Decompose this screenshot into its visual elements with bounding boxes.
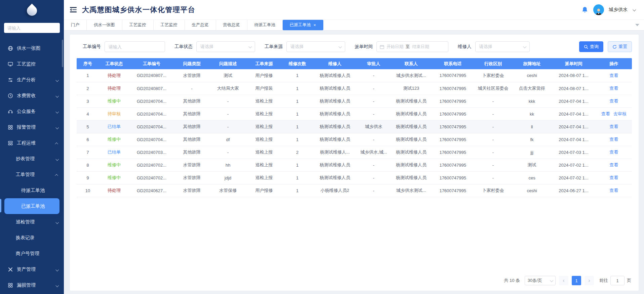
row-index: 7 <box>77 146 99 159</box>
sidebar-item-公众服务[interactable]: 公众服务 <box>0 103 64 119</box>
view-link[interactable]: 查看 <box>609 86 618 91</box>
sidebar-item-生产分析[interactable]: 生产分析 <box>0 72 64 88</box>
sidebar-item-label: 待派工单池 <box>21 187 45 194</box>
order-source-select[interactable]: 请选择 <box>286 41 345 52</box>
order-no: GD20240807... <box>129 82 174 95</box>
view-link[interactable]: 查看 <box>609 124 618 129</box>
next-page-button[interactable]: › <box>585 276 594 285</box>
table-row[interactable]: 9维修中GD20240702...水管故障jdjd巡检上报1杨测试维修人员-杨测… <box>77 171 632 184</box>
start-date-placeholder[interactable]: 开始日期 <box>387 44 403 50</box>
district: - <box>474 133 513 146</box>
collapse-menu-icon[interactable] <box>70 7 77 12</box>
sidebar-item-抄表管理[interactable]: 抄表管理 <box>0 151 64 167</box>
repairer: 杨测试维修人员 <box>313 133 357 146</box>
table-row[interactable]: 5已结单GD20240704...其他故障-巡检上报1杨测试维修人员城乡供水杨测… <box>77 120 632 133</box>
tab-工艺监控[interactable]: 工艺监控 <box>122 20 154 30</box>
table-row[interactable]: 7已结单GD20240703...其他故障-巡检上报2杨测试维修人...城乡供水… <box>77 146 632 159</box>
sidebar-item-巡检管理[interactable]: 巡检管理 <box>0 214 64 230</box>
contact: 城乡供水测试... <box>390 184 432 197</box>
sidebar-search-input[interactable] <box>4 23 60 33</box>
calendar-icon <box>380 45 384 49</box>
sidebar-item-工程运维[interactable]: 工程运维 <box>0 135 64 151</box>
username-label[interactable]: 城乡供水 <box>609 7 628 13</box>
table-row[interactable]: 8维修中GD20240702...水管故障hh巡检上报1杨测试维修人员-杨测试维… <box>77 159 632 171</box>
repair-count: 1 <box>282 108 313 120</box>
notification-bell-icon[interactable] <box>581 6 589 13</box>
column-header-派单时间: 派单时间 <box>551 58 596 69</box>
dispatch-time: 2024-07-03 1... <box>551 146 596 159</box>
sidebar-item-待派工单池[interactable]: 待派工单池 <box>0 182 64 198</box>
order-no-input[interactable] <box>109 44 161 49</box>
order-source: 巡检上报 <box>246 95 282 108</box>
sidebar-item-已派工单池[interactable]: 已派工单池 <box>4 198 59 214</box>
tab-工艺监控[interactable]: 工艺监控 <box>154 20 185 30</box>
table-row[interactable]: 6维修中GD20240704...其他故障df巡检上报1杨测试维修人员-杨测试维… <box>77 133 632 146</box>
view-link[interactable]: 查看 <box>609 150 618 155</box>
table-row[interactable]: 4待审核GD20240704...其他故障-巡检上报1杨测试维修人员-杨测试维修… <box>77 108 632 120</box>
column-header-联系电话: 联系电话 <box>432 58 474 69</box>
prev-page-button[interactable]: ‹ <box>559 276 568 285</box>
tab-门户[interactable]: 门户 <box>64 20 87 30</box>
table-row[interactable]: 10待处理GD20240627...水管故障水管保修用户报修1小杨维修人员2-城… <box>77 184 632 197</box>
table-row[interactable]: 2待处理GD20240807...-大结局大家用户报装1杨测试维修人员-测试12… <box>77 82 632 95</box>
tab-overflow-caret-icon[interactable] <box>635 24 639 26</box>
order-status: 维修中 <box>99 95 129 108</box>
view-link[interactable]: 查看 <box>609 175 618 180</box>
view-link[interactable]: 查看 <box>609 73 618 78</box>
search-button[interactable]: 查询 <box>579 41 603 52</box>
goto-page-input[interactable] <box>610 276 625 285</box>
table-row[interactable]: 1待处理GD20240807...水管故障测试用户报修1杨测试维修人员-城乡供水… <box>77 69 632 82</box>
current-page-button[interactable]: 1 <box>572 276 581 285</box>
view-link[interactable]: 查看 <box>609 188 618 193</box>
sidebar-item-商户号管理[interactable]: 商户号管理 <box>0 246 64 261</box>
sidebar-item-换表记录[interactable]: 换表记录 <box>0 230 64 246</box>
chevron-down-icon <box>56 109 58 114</box>
view-link[interactable]: 查看 <box>601 111 610 116</box>
problem-type: 水管故障 <box>174 159 210 171</box>
table-body: 1待处理GD20240807...水管故障测试用户报修1杨测试维修人员-城乡供水… <box>77 69 632 197</box>
sidebar-item-供水一张图[interactable]: 供水一张图 <box>0 40 64 56</box>
sidebar-item-工艺监控[interactable]: 工艺监控 <box>0 56 64 72</box>
column-header-工单来源: 工单来源 <box>246 58 282 69</box>
sidebar-scrollbar-thumb[interactable] <box>62 40 63 67</box>
contact: 城乡供水测试... <box>390 69 432 82</box>
sidebar-item-label: 资产管理 <box>17 266 36 272</box>
view-link[interactable]: 查看 <box>609 98 618 103</box>
page-size-select[interactable]: 30条/页 <box>525 276 556 285</box>
tab-供水一张图[interactable]: 供水一张图 <box>87 20 122 30</box>
district: - <box>474 120 513 133</box>
date-range-picker[interactable]: 开始日期 至 结束日期 <box>376 41 448 52</box>
tab-待派工单池[interactable]: 待派工单池 <box>247 20 283 30</box>
analysis-icon <box>7 77 13 83</box>
chevron-down-icon <box>56 156 58 162</box>
view-link[interactable]: 查看 <box>609 137 618 142</box>
dispatch-time: 2024-07-04 1... <box>551 120 596 133</box>
sidebar-item-报警管理[interactable]: 报警管理 <box>0 119 64 135</box>
district: - <box>474 95 513 108</box>
sidebar-item-资产管理[interactable]: 资产管理 <box>0 261 64 277</box>
filter-order-no: 工单编号 <box>83 41 165 52</box>
order-status: 待处理 <box>99 82 129 95</box>
sidebar-item-漏损管理[interactable]: 漏损管理 <box>0 277 64 293</box>
user-avatar[interactable] <box>593 4 604 15</box>
problem-type: 水管故障 <box>174 184 210 197</box>
user-menu-chevron-icon[interactable] <box>633 8 636 11</box>
go-review-link[interactable]: 去审核 <box>613 111 627 116</box>
table-row[interactable]: 3维修中GD20240704...其他故障-巡检上报1杨测试维修人员-杨测试维修… <box>77 95 632 108</box>
contact: 杨测试维修人员 <box>390 133 432 146</box>
fault-address: jjj <box>513 146 552 159</box>
sidebar-item-水费营收[interactable]: 水费营收 <box>0 88 64 103</box>
end-date-placeholder[interactable]: 结束日期 <box>412 44 429 50</box>
chevron-down-icon <box>56 219 58 225</box>
tab-已派工单池[interactable]: 已派工单池× <box>283 20 323 30</box>
repairer-select[interactable]: 请选择 <box>475 41 530 52</box>
tab-close-icon[interactable]: × <box>314 23 316 28</box>
view-link[interactable]: 查看 <box>609 162 618 167</box>
sidebar-item-工单管理[interactable]: 工单管理 <box>0 167 64 182</box>
chevron-down-icon <box>56 267 58 272</box>
tab-营收总览[interactable]: 营收总览 <box>216 20 247 30</box>
order-status-select[interactable]: 请选择 <box>196 41 255 52</box>
order-source: 巡检上报 <box>246 146 282 159</box>
reset-button[interactable]: 重置 <box>608 41 632 52</box>
tab-生产总览[interactable]: 生产总览 <box>185 20 216 30</box>
